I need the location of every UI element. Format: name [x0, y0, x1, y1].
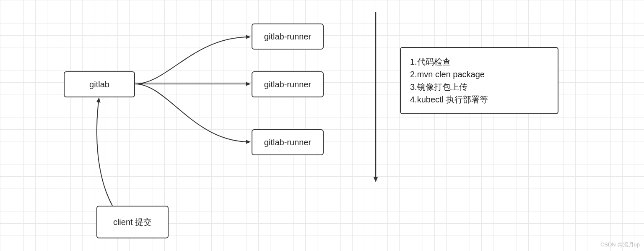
runner3-label: gitlab-runner — [264, 138, 311, 147]
client-node: client 提交 — [96, 206, 169, 238]
runner1-label: gitlab-runner — [264, 32, 311, 42]
runner-node-3: gitlab-runner — [252, 129, 324, 155]
gitlab-node: gitlab — [64, 71, 135, 97]
step-3: 3.镜像打包上传 — [410, 81, 548, 93]
steps-box: 1.代码检查 2.mvn clen package 3.镜像打包上传 4.kub… — [400, 47, 558, 114]
step-1: 1.代码检查 — [410, 55, 548, 68]
step-2: 2.mvn clen package — [410, 68, 548, 81]
runner-node-2: gitlab-runner — [252, 71, 324, 97]
runner2-label: gitlab-runner — [264, 80, 311, 89]
step-4: 4.kubectl 执行部署等 — [410, 93, 548, 106]
gitlab-label: gitlab — [89, 80, 109, 89]
runner-node-1: gitlab-runner — [252, 24, 324, 50]
watermark: CSDN @流月up — [600, 241, 640, 248]
client-label: client 提交 — [113, 217, 152, 228]
